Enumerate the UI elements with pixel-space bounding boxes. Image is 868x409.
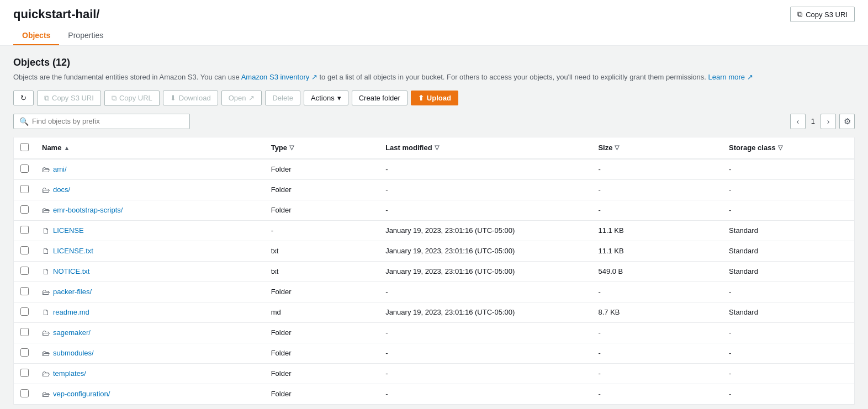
row-name-cell: 🗁 ami/ xyxy=(35,159,264,180)
row-storage-cell: - xyxy=(722,159,854,180)
copy-url-button[interactable]: ⧉ Copy URL xyxy=(104,91,160,106)
row-storage-cell: Standard xyxy=(722,261,854,281)
row-size-cell: 11.1 KB xyxy=(591,241,722,261)
file-link-11[interactable]: 🗁 vep-configuration/ xyxy=(42,390,258,399)
copy-s3-uri-top-button[interactable]: ⧉ Copy S3 URI xyxy=(790,7,855,22)
row-type-cell: - xyxy=(264,220,379,241)
tab-objects[interactable]: Objects xyxy=(13,26,59,45)
row-storage-cell: Standard xyxy=(722,302,854,322)
row-checkbox-9[interactable] xyxy=(20,348,29,357)
row-checkbox-cell xyxy=(14,159,35,180)
copy-icon-top: ⧉ xyxy=(797,10,802,19)
row-modified-cell: - xyxy=(379,322,591,343)
row-checkbox-2[interactable] xyxy=(20,205,29,214)
table-row: 🗁 vep-configuration/ Folder - - - xyxy=(14,384,854,404)
file-link-10[interactable]: 🗁 templates/ xyxy=(42,369,258,378)
table-settings-button[interactable]: ⚙ xyxy=(839,114,855,129)
row-checkbox-0[interactable] xyxy=(20,164,29,173)
row-storage-cell: - xyxy=(722,363,854,384)
file-link-4[interactable]: 🗋 LICENSE.txt xyxy=(42,247,258,256)
row-checkbox-cell xyxy=(14,384,35,404)
row-checkbox-1[interactable] xyxy=(20,185,29,193)
row-type-cell: Folder xyxy=(264,384,379,404)
row-type-cell: Folder xyxy=(264,322,379,343)
row-size-cell: - xyxy=(591,159,722,180)
row-checkbox-3[interactable] xyxy=(20,226,29,234)
row-modified-cell: - xyxy=(379,343,591,363)
pagination-area: ‹ 1 › ⚙ xyxy=(790,114,855,129)
learn-more-link[interactable]: Learn more ↗ xyxy=(708,73,753,81)
col-header-storage-class[interactable]: Storage class ▽ xyxy=(722,137,854,159)
row-storage-cell: - xyxy=(722,322,854,343)
row-checkbox-6[interactable] xyxy=(20,287,29,295)
table-row: 🗁 templates/ Folder - - - xyxy=(14,363,854,384)
select-all-checkbox[interactable] xyxy=(20,143,29,151)
row-checkbox-11[interactable] xyxy=(20,389,29,397)
file-link-5[interactable]: 🗋 NOTICE.txt xyxy=(42,267,258,276)
row-checkbox-10[interactable] xyxy=(20,369,29,377)
table-row: 🗁 emr-bootstrap-scripts/ Folder - - - xyxy=(14,200,854,220)
table-row: 🗁 docs/ Folder - - - xyxy=(14,179,854,200)
refresh-button[interactable]: ↻ xyxy=(13,91,34,105)
row-type-cell: Folder xyxy=(264,200,379,220)
table-row: 🗋 LICENSE.txt txt January 19, 2023, 23:0… xyxy=(14,241,854,261)
table-row: 🗁 packer-files/ Folder - - - xyxy=(14,281,854,302)
open-button[interactable]: Open ↗ xyxy=(221,91,262,105)
copy-s3-uri-button[interactable]: ⧉ Copy S3 URI xyxy=(37,91,101,106)
row-name-cell: 🗋 NOTICE.txt xyxy=(35,261,264,281)
col-header-size[interactable]: Size ▽ xyxy=(591,137,722,159)
row-modified-cell: - xyxy=(379,179,591,200)
upload-button[interactable]: ⬆ Upload xyxy=(411,91,458,105)
file-link-9[interactable]: 🗁 submodules/ xyxy=(42,349,258,358)
file-icon: 🗋 xyxy=(42,226,50,235)
row-name-cell: 🗁 vep-configuration/ xyxy=(35,384,264,404)
folder-icon: 🗁 xyxy=(42,185,50,194)
row-size-cell: 8.7 KB xyxy=(591,302,722,322)
row-checkbox-5[interactable] xyxy=(20,267,29,275)
col-header-modified[interactable]: Last modified ▽ xyxy=(379,137,591,159)
folder-icon: 🗁 xyxy=(42,349,50,358)
row-modified-cell: - xyxy=(379,281,591,302)
tab-properties[interactable]: Properties xyxy=(59,26,112,45)
row-checkbox-7[interactable] xyxy=(20,307,29,316)
size-sort-icon: ▽ xyxy=(615,144,619,151)
amazon-s3-inventory-link[interactable]: Amazon S3 inventory ↗ xyxy=(241,73,320,81)
file-link-0[interactable]: 🗁 ami/ xyxy=(42,165,258,174)
search-row: 🔍 ‹ 1 › ⚙ xyxy=(13,114,855,129)
file-link-2[interactable]: 🗁 emr-bootstrap-scripts/ xyxy=(42,206,258,215)
delete-button[interactable]: Delete xyxy=(265,91,300,105)
type-sort-icon: ▽ xyxy=(289,144,294,151)
row-modified-cell: January 19, 2023, 23:01:16 (UTC-05:00) xyxy=(379,241,591,261)
row-checkbox-cell xyxy=(14,261,35,281)
row-size-cell: - xyxy=(591,281,722,302)
file-link-3[interactable]: 🗋 LICENSE xyxy=(42,226,258,235)
search-icon: 🔍 xyxy=(19,117,29,126)
next-page-button[interactable]: › xyxy=(821,114,836,129)
row-size-cell: 549.0 B xyxy=(591,261,722,281)
row-modified-cell: January 19, 2023, 23:01:16 (UTC-05:00) xyxy=(379,302,591,322)
search-input[interactable] xyxy=(32,117,184,125)
row-name-cell: 🗁 packer-files/ xyxy=(35,281,264,302)
col-header-type[interactable]: Type ▽ xyxy=(264,137,379,159)
row-name-cell: 🗁 emr-bootstrap-scripts/ xyxy=(35,200,264,220)
file-link-8[interactable]: 🗁 sagemaker/ xyxy=(42,328,258,337)
row-modified-cell: - xyxy=(379,363,591,384)
download-icon: ⬇ xyxy=(170,94,176,102)
create-folder-button[interactable]: Create folder xyxy=(352,91,407,105)
file-icon: 🗋 xyxy=(42,247,50,256)
row-checkbox-4[interactable] xyxy=(20,246,29,254)
row-storage-cell: - xyxy=(722,384,854,404)
download-button[interactable]: ⬇ Download xyxy=(163,91,218,105)
row-checkbox-cell xyxy=(14,281,35,302)
file-link-1[interactable]: 🗁 docs/ xyxy=(42,185,258,194)
row-checkbox-8[interactable] xyxy=(20,328,29,336)
row-type-cell: Folder xyxy=(264,159,379,180)
file-link-7[interactable]: 🗋 readme.md xyxy=(42,308,258,317)
actions-button[interactable]: Actions ▾ xyxy=(304,91,348,105)
table-row: 🗋 readme.md md January 19, 2023, 23:01:1… xyxy=(14,302,854,322)
row-storage-cell: - xyxy=(722,281,854,302)
col-header-name[interactable]: Name ▲ xyxy=(35,137,264,159)
row-size-cell: - xyxy=(591,384,722,404)
prev-page-button[interactable]: ‹ xyxy=(790,114,806,129)
file-link-6[interactable]: 🗁 packer-files/ xyxy=(42,288,258,296)
